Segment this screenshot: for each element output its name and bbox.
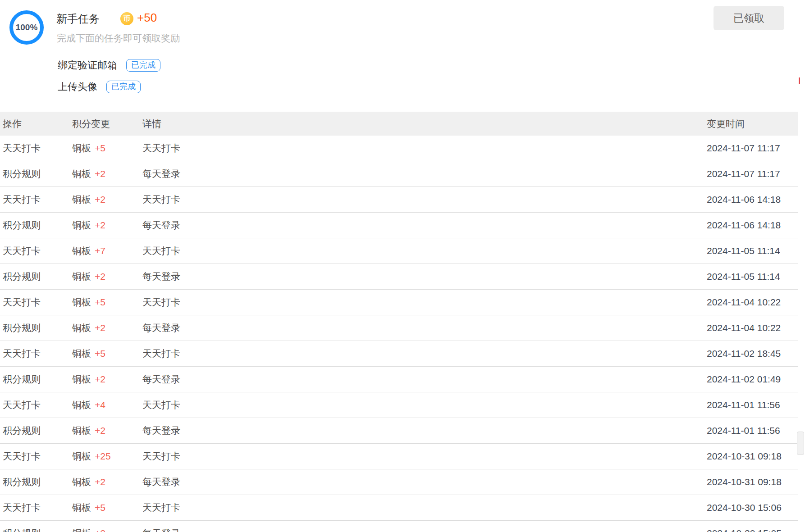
cell-points: 铜板+5 — [72, 495, 105, 520]
currency-label: 铜板 — [72, 245, 91, 257]
cell-points: 铜板+2 — [72, 315, 105, 341]
cell-points: 铜板+2 — [72, 521, 105, 532]
reward-amount: +50 — [137, 11, 157, 25]
red-marker — [799, 77, 800, 84]
table-body: 天天打卡铜板+5天天打卡2024-11-07 11:17积分规则铜板+2每天登录… — [0, 136, 798, 532]
task-item: 绑定验证邮箱已完成 — [58, 59, 160, 72]
table-row: 天天打卡铜板+5天天打卡2024-10-30 15:06 — [0, 495, 798, 521]
cell-points: 铜板+2 — [72, 187, 105, 212]
cell-points: 铜板+2 — [72, 213, 105, 238]
claim-button[interactable]: 已领取 — [714, 6, 784, 30]
table-row: 积分规则铜板+2每天登录2024-11-04 10:22 — [0, 315, 798, 341]
points-delta: +5 — [95, 348, 105, 359]
cell-detail: 天天打卡 — [142, 341, 180, 366]
table-row: 天天打卡铜板+5天天打卡2024-11-07 11:17 — [0, 136, 798, 161]
cell-detail: 天天打卡 — [142, 187, 180, 212]
col-header-detail: 详情 — [142, 112, 161, 136]
currency-label: 铜板 — [72, 424, 91, 437]
coin-glyph: 币 — [123, 14, 130, 23]
cell-detail: 每天登录 — [142, 315, 180, 341]
points-delta: +2 — [95, 271, 105, 282]
cell-action: 天天打卡 — [3, 444, 41, 469]
cell-detail: 每天登录 — [142, 213, 180, 238]
points-delta: +7 — [95, 246, 105, 256]
page-title: 新手任务 — [56, 12, 100, 26]
cell-action: 积分规则 — [3, 418, 41, 443]
page: 100% 新手任务 币 +50 完成下面的任务即可领取奖励 已领取 绑定验证邮箱… — [0, 0, 805, 532]
table-row: 天天打卡铜板+7天天打卡2024-11-05 11:14 — [0, 238, 798, 264]
cell-time: 2024-11-04 10:22 — [707, 315, 781, 341]
points-delta: +2 — [95, 528, 105, 532]
cell-time: 2024-10-31 09:18 — [707, 444, 782, 469]
points-delta: +2 — [95, 425, 105, 436]
cell-detail: 天天打卡 — [142, 444, 180, 469]
cell-time: 2024-10-30 15:05 — [707, 521, 782, 532]
cell-time: 2024-11-07 11:17 — [707, 136, 780, 161]
col-header-action: 操作 — [3, 112, 22, 136]
scrollbar-thumb[interactable] — [797, 432, 804, 455]
currency-label: 铜板 — [72, 193, 91, 206]
points-delta: +4 — [95, 400, 105, 410]
cell-detail: 天天打卡 — [142, 238, 180, 264]
cell-points: 铜板+5 — [72, 136, 105, 161]
task-item: 上传头像已完成 — [58, 80, 141, 94]
cell-points: 铜板+2 — [72, 418, 105, 443]
table-row: 积分规则铜板+2每天登录2024-10-30 15:05 — [0, 521, 798, 532]
cell-points: 铜板+7 — [72, 238, 105, 264]
points-table: 操作 积分变更 详情 变更时间 天天打卡铜板+5天天打卡2024-11-07 1… — [0, 112, 798, 532]
points-delta: +2 — [95, 168, 105, 179]
table-row: 天天打卡铜板+2天天打卡2024-11-06 14:18 — [0, 187, 798, 213]
cell-detail: 每天登录 — [142, 521, 180, 532]
points-delta: +5 — [95, 502, 105, 513]
currency-label: 铜板 — [72, 219, 91, 232]
table-row: 天天打卡铜板+5天天打卡2024-11-04 10:22 — [0, 290, 798, 315]
cell-action: 天天打卡 — [3, 341, 41, 366]
cell-action: 天天打卡 — [3, 136, 41, 161]
cell-time: 2024-11-06 14:18 — [707, 213, 781, 238]
table-row: 积分规则铜板+2每天登录2024-11-01 11:56 — [0, 418, 798, 444]
table-row: 天天打卡铜板+5天天打卡2024-11-02 18:45 — [0, 341, 798, 367]
progress-value: 100% — [16, 23, 38, 32]
col-header-time: 变更时间 — [707, 112, 745, 136]
cell-time: 2024-10-31 09:18 — [707, 469, 782, 495]
points-delta: +5 — [95, 297, 105, 308]
currency-label: 铜板 — [72, 450, 91, 463]
cell-action: 天天打卡 — [3, 238, 41, 264]
cell-points: 铜板+4 — [72, 392, 105, 418]
points-delta: +2 — [95, 374, 105, 385]
cell-time: 2024-11-05 11:14 — [707, 238, 780, 264]
cell-detail: 天天打卡 — [142, 136, 180, 161]
cell-action: 积分规则 — [3, 521, 41, 532]
table-row: 积分规则铜板+2每天登录2024-11-02 01:49 — [0, 367, 798, 392]
cell-action: 积分规则 — [3, 161, 41, 186]
table-row: 天天打卡铜板+4天天打卡2024-11-01 11:56 — [0, 392, 798, 418]
cell-action: 天天打卡 — [3, 495, 41, 520]
cell-action: 积分规则 — [3, 367, 41, 392]
cell-time: 2024-11-01 11:56 — [707, 418, 780, 443]
cell-points: 铜板+5 — [72, 341, 105, 366]
cell-action: 天天打卡 — [3, 392, 41, 418]
cell-detail: 每天登录 — [142, 469, 180, 495]
task-label: 绑定验证邮箱 — [58, 59, 117, 72]
cell-detail: 天天打卡 — [142, 392, 180, 418]
cell-time: 2024-11-07 11:17 — [707, 161, 780, 186]
cell-points: 铜板+2 — [72, 367, 105, 392]
cell-time: 2024-11-04 10:22 — [707, 290, 781, 315]
table-row: 积分规则铜板+2每天登录2024-11-06 14:18 — [0, 213, 798, 238]
cell-points: 铜板+2 — [72, 161, 105, 186]
currency-label: 铜板 — [72, 296, 91, 309]
cell-action: 积分规则 — [3, 315, 41, 341]
cell-time: 2024-11-02 01:49 — [707, 367, 781, 392]
currency-label: 铜板 — [72, 322, 91, 334]
points-delta: +2 — [95, 220, 105, 231]
currency-label: 铜板 — [72, 347, 91, 360]
points-delta: +2 — [95, 323, 105, 333]
currency-label: 铜板 — [72, 168, 91, 180]
cell-points: 铜板+2 — [72, 469, 105, 495]
cell-time: 2024-11-02 18:45 — [707, 341, 781, 366]
cell-detail: 每天登录 — [142, 367, 180, 392]
table-row: 积分规则铜板+2每天登录2024-11-05 11:14 — [0, 264, 798, 290]
task-status-badge: 已完成 — [106, 81, 141, 94]
currency-label: 铜板 — [72, 501, 91, 514]
cell-action: 积分规则 — [3, 213, 41, 238]
